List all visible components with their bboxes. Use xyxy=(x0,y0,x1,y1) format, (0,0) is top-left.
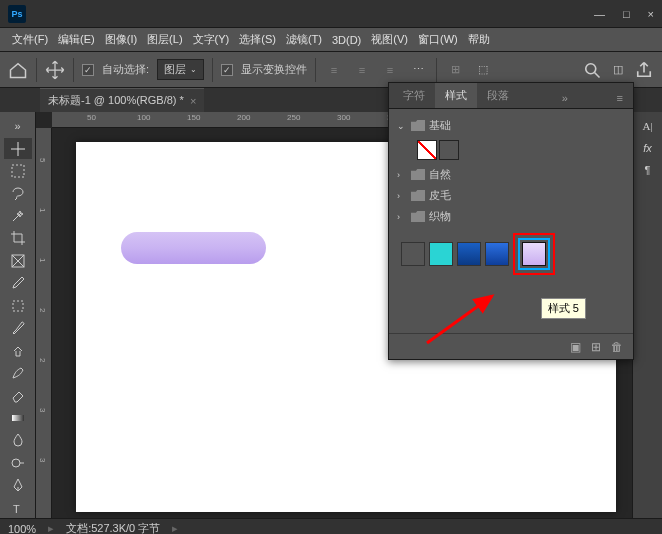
share-icon[interactable] xyxy=(634,60,654,80)
group-fabric[interactable]: ›织物 xyxy=(393,206,629,227)
type-tool[interactable]: T xyxy=(4,497,32,517)
style-thumb-4[interactable] xyxy=(485,242,509,266)
move-tool[interactable] xyxy=(4,138,32,158)
menu-view[interactable]: 视图(V) xyxy=(367,30,412,49)
align-left-icon[interactable]: ≡ xyxy=(324,60,344,80)
styles-panel: 字符 样式 段落 » ≡ ⌄基础 ›自然 ›皮毛 ›织物 ▣ ⊞ 🗑 xyxy=(388,82,634,360)
ruler-vertical: 5112233 xyxy=(36,128,52,518)
menu-layer[interactable]: 图层(L) xyxy=(143,30,186,49)
expand-tools-icon[interactable]: » xyxy=(4,116,32,136)
close-button[interactable]: × xyxy=(648,8,654,20)
style-5-highlight xyxy=(513,233,555,275)
home-icon[interactable] xyxy=(8,60,28,80)
style-none[interactable] xyxy=(417,140,437,160)
rounded-rect-shape[interactable] xyxy=(121,232,266,264)
menu-3d[interactable]: 3D(D) xyxy=(328,32,365,48)
show-transform-label: 显示变换控件 xyxy=(241,62,307,77)
close-tab-icon[interactable]: × xyxy=(190,95,196,107)
zoom-level[interactable]: 100% xyxy=(8,523,36,535)
svg-point-5 xyxy=(12,459,20,467)
svg-text:T: T xyxy=(13,503,20,515)
lasso-tool[interactable] xyxy=(4,183,32,203)
menubar: 文件(F) 编辑(E) 图像(I) 图层(L) 文字(Y) 选择(S) 滤镜(T… xyxy=(0,28,662,52)
collapsed-panels: A| fx ¶ xyxy=(632,112,662,518)
app-logo: Ps xyxy=(8,5,26,23)
move-tool-icon[interactable] xyxy=(45,60,65,80)
eyedropper-tool[interactable] xyxy=(4,273,32,293)
new-style-icon[interactable]: ⊞ xyxy=(591,340,601,354)
folder-icon xyxy=(411,169,425,180)
panel-collapse-icon[interactable]: » xyxy=(556,88,574,108)
document-tab[interactable]: 未标题-1 @ 100%(RGB/8) * × xyxy=(40,88,204,112)
tab-character[interactable]: 字符 xyxy=(393,83,435,108)
menu-select[interactable]: 选择(S) xyxy=(235,30,280,49)
status-bar: 100% ▸ 文档:527.3K/0 字节 ▸ xyxy=(0,518,662,534)
marquee-tool[interactable] xyxy=(4,161,32,181)
group-fur[interactable]: ›皮毛 xyxy=(393,185,629,206)
more-icon[interactable]: ⋯ xyxy=(408,60,428,80)
workspace-icon[interactable]: ◫ xyxy=(608,60,628,80)
minimize-button[interactable]: — xyxy=(594,8,605,20)
dodge-tool[interactable] xyxy=(4,453,32,473)
menu-window[interactable]: 窗口(W) xyxy=(414,30,462,49)
character-panel-icon[interactable]: A| xyxy=(642,120,652,132)
align-center-icon[interactable]: ≡ xyxy=(352,60,372,80)
show-transform-checkbox[interactable] xyxy=(221,64,233,76)
brush-tool[interactable] xyxy=(4,318,32,338)
maximize-button[interactable]: □ xyxy=(623,8,630,20)
svg-rect-3 xyxy=(13,301,23,311)
style-tooltip: 样式 5 xyxy=(541,298,586,319)
distribute-icon[interactable]: ⊞ xyxy=(445,60,465,80)
menu-help[interactable]: 帮助 xyxy=(464,30,494,49)
auto-select-label: 自动选择: xyxy=(102,62,149,77)
menu-type[interactable]: 文字(Y) xyxy=(189,30,234,49)
group-basic[interactable]: ⌄基础 xyxy=(393,115,629,136)
align-right-icon[interactable]: ≡ xyxy=(380,60,400,80)
style-thumb-5[interactable] xyxy=(522,242,546,266)
styles-panel-icon[interactable]: fx xyxy=(643,142,652,154)
gradient-tool[interactable] xyxy=(4,408,32,428)
magic-wand-tool[interactable] xyxy=(4,206,32,226)
search-icon[interactable] xyxy=(582,60,602,80)
svg-rect-1 xyxy=(12,165,24,177)
panel-menu-icon[interactable]: ≡ xyxy=(611,88,629,108)
svg-point-0 xyxy=(586,63,596,73)
folder-icon xyxy=(411,120,425,131)
auto-select-target[interactable]: 图层⌄ xyxy=(157,59,204,80)
healing-tool[interactable] xyxy=(4,296,32,316)
tab-paragraph[interactable]: 段落 xyxy=(477,83,519,108)
paragraph-panel-icon[interactable]: ¶ xyxy=(645,164,651,176)
eraser-tool[interactable] xyxy=(4,385,32,405)
blur-tool[interactable] xyxy=(4,430,32,450)
svg-rect-4 xyxy=(12,415,24,421)
group-nature[interactable]: ›自然 xyxy=(393,164,629,185)
tools-panel: » T xyxy=(0,112,36,518)
style-default[interactable] xyxy=(439,140,459,160)
frame-tool[interactable] xyxy=(4,251,32,271)
pen-tool[interactable] xyxy=(4,475,32,495)
new-group-icon[interactable]: ▣ xyxy=(570,340,581,354)
clone-tool[interactable] xyxy=(4,340,32,360)
folder-icon xyxy=(411,190,425,201)
menu-edit[interactable]: 编辑(E) xyxy=(54,30,99,49)
menu-filter[interactable]: 滤镜(T) xyxy=(282,30,326,49)
auto-select-checkbox[interactable] xyxy=(82,64,94,76)
3d-mode-icon[interactable]: ⬚ xyxy=(473,60,493,80)
menu-image[interactable]: 图像(I) xyxy=(101,30,141,49)
history-brush-tool[interactable] xyxy=(4,363,32,383)
tab-styles[interactable]: 样式 xyxy=(435,83,477,108)
style-thumb-1[interactable] xyxy=(401,242,425,266)
doc-info[interactable]: 文档:527.3K/0 字节 xyxy=(66,521,160,534)
delete-style-icon[interactable]: 🗑 xyxy=(611,340,623,354)
folder-icon xyxy=(411,211,425,222)
style-thumb-3[interactable] xyxy=(457,242,481,266)
style-thumb-2[interactable] xyxy=(429,242,453,266)
menu-file[interactable]: 文件(F) xyxy=(8,30,52,49)
crop-tool[interactable] xyxy=(4,228,32,248)
